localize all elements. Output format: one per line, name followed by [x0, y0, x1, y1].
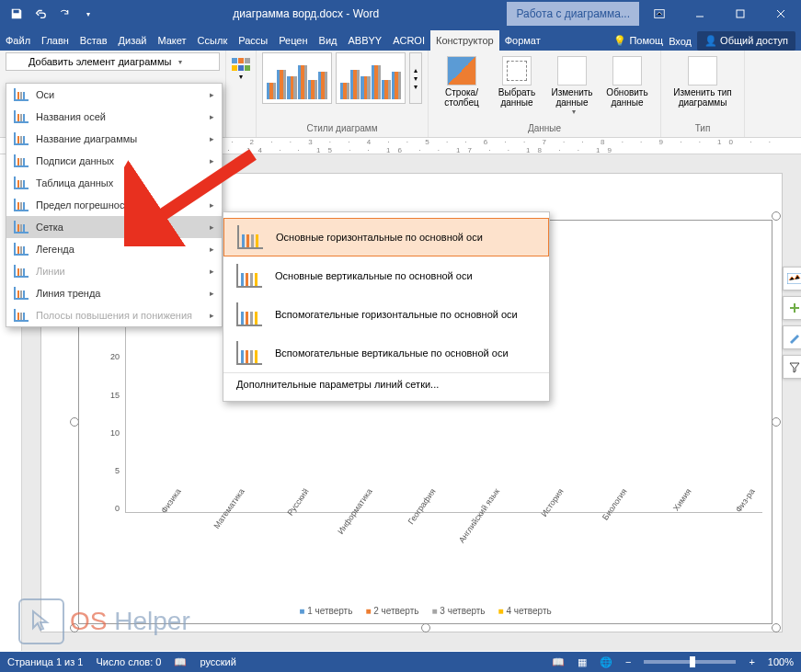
select-data-icon — [502, 56, 532, 85]
proofing-icon[interactable]: 📖 — [174, 656, 187, 668]
change-colors-button[interactable]: ▾ — [232, 52, 250, 81]
ribbon-options-button[interactable] — [639, 0, 680, 28]
chart-x-axis: ФизикаМатематикаРусскийИнформатикаГеогра… — [125, 513, 762, 587]
web-layout-button[interactable]: 🌐 — [600, 656, 612, 668]
more-gridline-options[interactable]: Дополнительные параметры линий сетки... — [223, 372, 549, 395]
edit-data-button[interactable]: Изменитьданные — [544, 52, 600, 116]
tab-home[interactable]: Главн — [36, 30, 74, 51]
chart-side-buttons — [783, 267, 801, 379]
zoom-out-button[interactable]: − — [625, 656, 631, 667]
tab-review[interactable]: Рецен — [273, 30, 313, 51]
gridline-label: Основные горизонтальные по основной оси — [276, 232, 483, 243]
switch-row-column-button[interactable]: Строка/столбец — [434, 52, 489, 116]
tab-constructor[interactable]: Конструктор — [430, 30, 499, 51]
language-indicator[interactable]: русский — [200, 656, 235, 667]
gallery-up[interactable]: ▴ — [410, 66, 421, 74]
contextual-tab-label: Работа с диаграмма... — [507, 2, 639, 26]
svg-rect-1 — [737, 10, 744, 17]
zoom-slider[interactable] — [644, 660, 736, 664]
chart-mini-icon — [14, 243, 29, 256]
group-label-type: Тип — [667, 123, 738, 135]
chart-elements-button[interactable] — [783, 296, 801, 320]
maximize-button[interactable] — [720, 0, 761, 28]
chart-mini-icon — [14, 199, 29, 211]
menu-item-предел-погрешностей[interactable]: Предел погрешностей▸ — [6, 194, 222, 216]
menu-item-названия-осей[interactable]: Названия осей▸ — [6, 106, 222, 128]
read-mode-button[interactable]: 📖 — [552, 656, 565, 668]
chart-mini-icon — [14, 309, 29, 322]
chart-mini-icon — [14, 265, 29, 278]
menu-item-подписи-данных[interactable]: Подписи данных▸ — [6, 150, 222, 172]
gallery-down[interactable]: ▾ — [410, 74, 421, 83]
menu-item-таблица-данных[interactable]: Таблица данных▸ — [6, 172, 222, 194]
zoom-level[interactable]: 100% — [768, 656, 794, 667]
tab-insert[interactable]: Встав — [74, 30, 113, 51]
menu-item-легенда[interactable]: Легенда▸ — [6, 238, 222, 260]
zoom-in-button[interactable]: + — [749, 656, 754, 667]
menu-item-label: Оси — [36, 89, 54, 100]
gridline-label: Основные вертикальные по основной оси — [275, 270, 473, 281]
add-chart-element-button[interactable]: Добавить элемент диаграммы — [6, 52, 220, 71]
qat-customize[interactable]: ▾ — [77, 3, 99, 25]
gridline-option[interactable]: Основные горизонтальные по основной оси — [223, 218, 549, 256]
chart-styles-gallery[interactable]: ▴ ▾ ▾ — [262, 52, 422, 104]
tab-mailings[interactable]: Рассы — [233, 30, 273, 51]
menu-item-label: Полосы повышения и понижения — [36, 310, 192, 321]
word-count[interactable]: Число слов: 0 — [96, 656, 161, 667]
gridline-label: Вспомогательные вертикальные по основной… — [275, 347, 509, 359]
save-button[interactable] — [6, 3, 28, 25]
menu-item-название-диаграммы[interactable]: Название диаграммы▸ — [6, 128, 222, 150]
chart-filter-button[interactable] — [783, 355, 801, 379]
change-chart-type-button[interactable]: Изменить типдиаграммы — [667, 52, 738, 108]
gridline-icon — [236, 302, 262, 326]
gridline-option[interactable]: Основные вертикальные по основной оси — [223, 256, 549, 295]
refresh-data-button[interactable]: Обновитьданные — [600, 52, 655, 116]
gridline-option[interactable]: Вспомогательные горизонтальные по основн… — [223, 295, 549, 334]
minimize-button[interactable] — [680, 0, 720, 28]
legend-item[interactable]: 4 четверть — [498, 606, 552, 616]
gridlines-submenu: Основные горизонтальные по основной осиО… — [223, 211, 550, 402]
tell-me[interactable]: 💡 Помощ — [613, 35, 663, 47]
status-bar: Страница 1 из 1 Число слов: 0 📖 русский … — [0, 652, 801, 672]
tab-format[interactable]: Формат — [499, 30, 546, 51]
select-data-button[interactable]: Выбратьданные — [489, 52, 544, 116]
chart-mini-icon — [14, 154, 29, 167]
sign-in[interactable]: Вход — [669, 36, 692, 47]
gridline-icon — [236, 341, 262, 365]
tab-file[interactable]: Файл — [0, 30, 36, 51]
share-button[interactable]: 👤 Общий доступ — [697, 31, 795, 51]
menu-item-сетка[interactable]: Сетка▸ — [6, 216, 222, 238]
chart-mini-icon — [14, 221, 29, 233]
redo-button[interactable] — [53, 3, 75, 25]
legend-item[interactable]: 2 четверть — [365, 606, 418, 616]
tab-layout[interactable]: Макет — [152, 30, 191, 51]
tab-abbyy[interactable]: ABBYY — [342, 30, 387, 51]
menu-item-label: Сетка — [36, 222, 63, 233]
chart-mini-icon — [14, 110, 29, 123]
chart-style-thumb[interactable] — [336, 52, 406, 104]
gallery-more[interactable]: ▾ — [410, 83, 421, 91]
menu-item-линия-тренда[interactable]: Линия тренда▸ — [6, 282, 222, 304]
close-button[interactable] — [761, 0, 801, 28]
cursor-icon — [18, 598, 64, 644]
page-indicator[interactable]: Страница 1 из 1 — [7, 656, 83, 667]
menu-item-оси[interactable]: Оси▸ — [6, 84, 222, 106]
print-layout-button[interactable]: ▦ — [578, 656, 587, 668]
refresh-icon — [612, 56, 642, 85]
tab-view[interactable]: Вид — [314, 30, 343, 51]
tab-references[interactable]: Ссылк — [192, 30, 234, 51]
edit-data-icon — [557, 56, 587, 85]
gridline-label: Вспомогательные горизонтальные по основн… — [275, 309, 518, 320]
legend-item[interactable]: 3 четверть — [432, 606, 486, 616]
chart-layout-button[interactable] — [783, 267, 801, 290]
gridline-icon — [236, 264, 262, 288]
gridline-option[interactable]: Вспомогательные вертикальные по основной… — [223, 334, 549, 372]
legend-item[interactable]: 1 четверть — [299, 606, 352, 616]
tab-design[interactable]: Дизай — [113, 30, 153, 51]
chart-styles-button[interactable] — [783, 325, 801, 349]
menu-item-полосы-повышения-и-понижения: Полосы повышения и понижения▸ — [6, 304, 222, 326]
undo-button[interactable] — [29, 3, 51, 25]
chart-style-thumb[interactable] — [262, 52, 332, 104]
menu-item-label: Таблица данных — [36, 177, 113, 188]
tab-acrobat[interactable]: ACROI — [387, 30, 430, 51]
